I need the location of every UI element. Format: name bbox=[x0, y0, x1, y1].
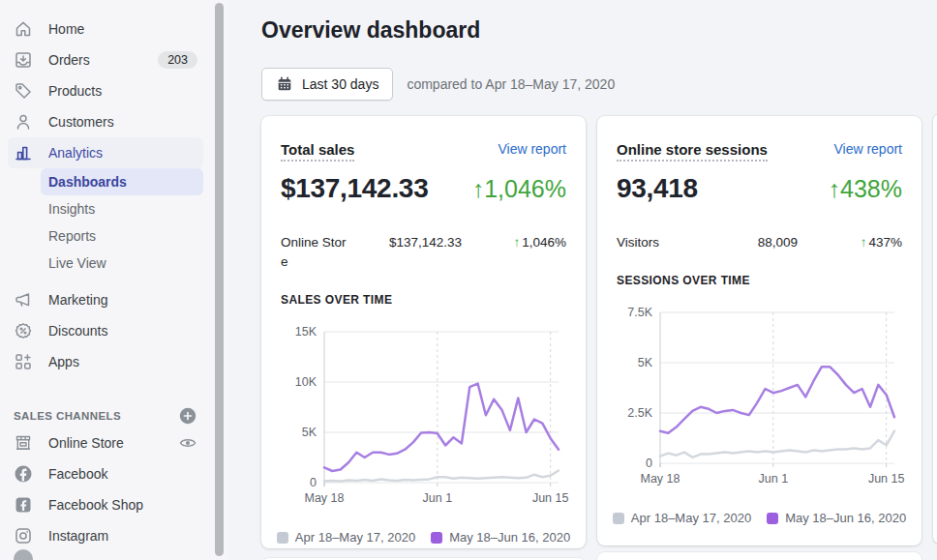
legend-label: Apr 18–May 17, 2020 bbox=[295, 530, 415, 545]
sidebar-item-label: Products bbox=[48, 83, 102, 99]
sidebar-item-analytics[interactable]: Analytics bbox=[8, 137, 203, 168]
eye-icon[interactable] bbox=[178, 433, 197, 453]
svg-text:May 18: May 18 bbox=[305, 491, 345, 505]
orders-count-badge: 203 bbox=[158, 51, 197, 69]
sidebar-item-label: Apps bbox=[48, 354, 79, 369]
breakdown-delta-value: 1,046% bbox=[522, 235, 566, 250]
nav-spacer bbox=[8, 277, 203, 284]
compare-text: compared to Apr 18–May 17, 2020 bbox=[407, 76, 615, 92]
breakdown-value: $137,142.33 bbox=[350, 233, 477, 252]
sidebar: HomeOrders203ProductsCustomersAnalyticsD… bbox=[0, 0, 228, 560]
sessions-delta: ↑438% bbox=[829, 175, 902, 203]
sidebar-subitem-label: Dashboards bbox=[48, 174, 127, 190]
products-tag-icon bbox=[14, 81, 33, 101]
sessions-over-time-chart: 02.5K5K7.5KMay 18Jun 1Jun 15 bbox=[617, 293, 902, 491]
facebook-shop-icon bbox=[14, 495, 33, 515]
channel-item-facebook[interactable]: Facebook bbox=[8, 458, 203, 489]
date-range-label: Last 30 days bbox=[302, 76, 378, 92]
svg-text:Jun 15: Jun 15 bbox=[532, 491, 569, 505]
legend-swatch bbox=[767, 513, 778, 524]
sidebar-item-label: Customers bbox=[48, 114, 114, 130]
sidebar-main-nav: HomeOrders203ProductsCustomersAnalyticsD… bbox=[8, 14, 203, 377]
total-sales-card: Total sales View report $137,142.33 ↑1,0… bbox=[261, 116, 586, 548]
svg-text:5K: 5K bbox=[302, 426, 317, 439]
main-content: Overview dashboard Last 30 days compared… bbox=[228, 0, 937, 560]
total-sales-card-title[interactable]: Total sales bbox=[281, 141, 354, 162]
breakdown-delta: ↑1,046% bbox=[477, 233, 566, 252]
legend-item: Apr 18–May 17, 2020 bbox=[277, 530, 415, 545]
total-sales-breakdown-row: Online Store $137,142.33 ↑1,046% bbox=[281, 233, 566, 272]
sidebar-item-label: Marketing bbox=[48, 292, 107, 308]
sidebar-item-home[interactable]: Home bbox=[8, 14, 203, 44]
channel-item-label: Facebook Shop bbox=[48, 497, 143, 513]
breakdown-label: Online Store bbox=[281, 233, 350, 272]
sidebar-subitem-insights[interactable]: Insights bbox=[41, 195, 203, 222]
visitors-label: Visitors bbox=[617, 233, 686, 252]
sidebar-item-marketing[interactable]: Marketing bbox=[8, 284, 203, 315]
sessions-chart-legend: Apr 18–May 17, 2020May 18–Jun 16, 2020 bbox=[617, 511, 902, 525]
visitors-delta: ↑437% bbox=[813, 233, 902, 252]
sales-over-time-chart: 05K10K15KMay 18Jun 1Jun 15 bbox=[281, 312, 566, 511]
sidebar-item-products[interactable]: Products bbox=[8, 75, 203, 106]
visitors-delta-value: 437% bbox=[868, 235, 902, 250]
sidebar-subitem-live-view[interactable]: Live View bbox=[41, 250, 203, 277]
sessions-chart-title: SESSIONS OVER TIME bbox=[617, 274, 902, 287]
channel-item-instagram[interactable]: Instagram bbox=[8, 520, 203, 551]
svg-text:15K: 15K bbox=[295, 325, 317, 339]
visitors-value: 88,009 bbox=[686, 233, 813, 252]
up-arrow-icon: ↑ bbox=[861, 235, 867, 250]
sessions-value: 93,418 bbox=[617, 173, 698, 204]
sidebar-item-orders[interactable]: Orders203 bbox=[8, 44, 203, 75]
legend-item: May 18–Jun 16, 2020 bbox=[431, 530, 570, 545]
sidebar-subitem-label: Reports bbox=[48, 228, 96, 244]
megaphone-icon bbox=[14, 290, 33, 309]
discount-icon bbox=[14, 321, 33, 340]
sidebar-subitem-dashboards[interactable]: Dashboards bbox=[41, 168, 203, 195]
total-sales-value: $137,142.33 bbox=[281, 173, 428, 204]
legend-item: May 18–Jun 16, 2020 bbox=[767, 511, 906, 525]
legend-label: May 18–Jun 16, 2020 bbox=[449, 530, 570, 545]
legend-label: Apr 18–May 17, 2020 bbox=[631, 511, 751, 525]
sidebar-item-discounts[interactable]: Discounts bbox=[8, 315, 203, 346]
sessions-view-report-link[interactable]: View report bbox=[833, 141, 902, 157]
channel-item-online-store[interactable]: Online Store bbox=[8, 427, 203, 458]
partial-card-bottom-right bbox=[597, 552, 922, 560]
total-sales-delta: ↑1,046% bbox=[472, 175, 566, 203]
sidebar-item-apps[interactable]: Apps bbox=[8, 346, 203, 377]
sidebar-item-label: Orders bbox=[48, 52, 90, 68]
sessions-card-title[interactable]: Online store sessions bbox=[617, 141, 768, 162]
facebook-icon bbox=[14, 464, 33, 484]
sales-channels-header: SALES CHANNELS bbox=[8, 404, 203, 427]
sales-chart-title: SALES OVER TIME bbox=[281, 293, 566, 307]
sessions-metric: 93,418 ↑438% bbox=[617, 173, 902, 206]
legend-item: Apr 18–May 17, 2020 bbox=[613, 511, 751, 525]
online-store-sessions-card: Online store sessions View report 93,418… bbox=[597, 116, 922, 545]
calendar-icon bbox=[276, 75, 293, 93]
svg-text:May 18: May 18 bbox=[641, 472, 680, 486]
channel-item-facebook-shop[interactable]: Facebook Shop bbox=[8, 489, 203, 520]
add-sales-channel-button[interactable] bbox=[178, 406, 197, 426]
sidebar-channels-nav: Online StoreFacebookFacebook ShopInstagr… bbox=[8, 427, 203, 551]
sidebar-subitem-reports[interactable]: Reports bbox=[41, 222, 203, 250]
legend-swatch bbox=[613, 513, 624, 524]
svg-text:7.5K: 7.5K bbox=[627, 306, 652, 319]
svg-text:10K: 10K bbox=[295, 375, 317, 389]
sales-chart-legend: Apr 18–May 17, 2020May 18–Jun 16, 2020 bbox=[281, 530, 566, 545]
date-range-button[interactable]: Last 30 days bbox=[261, 68, 393, 101]
svg-text:Jun 1: Jun 1 bbox=[759, 472, 789, 486]
sidebar-item-label: Analytics bbox=[48, 145, 103, 161]
total-sales-view-report-link[interactable]: View report bbox=[498, 141, 566, 157]
svg-text:5K: 5K bbox=[638, 356, 653, 369]
legend-swatch bbox=[277, 532, 288, 544]
sidebar-item-customers[interactable]: Customers bbox=[8, 106, 203, 137]
apps-icon bbox=[14, 352, 33, 371]
sidebar-subitem-label: Live View bbox=[48, 255, 106, 271]
total-sales-metric: $137,142.33 ↑1,046% bbox=[281, 173, 566, 206]
orders-icon bbox=[14, 50, 33, 70]
visitors-row: Visitors 88,009 ↑437% bbox=[617, 233, 902, 252]
svg-text:0: 0 bbox=[646, 457, 652, 470]
instagram-icon bbox=[14, 526, 33, 545]
customers-icon bbox=[14, 112, 33, 132]
sidebar-scrollbar[interactable] bbox=[215, 3, 224, 556]
legend-label: May 18–Jun 16, 2020 bbox=[785, 511, 906, 525]
